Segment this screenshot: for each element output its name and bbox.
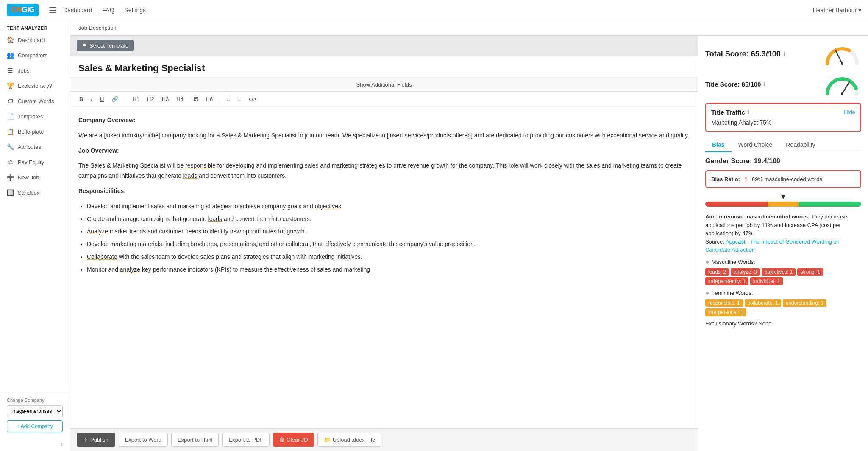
dashboard-icon: 🏠 xyxy=(7,36,14,43)
total-score-info-icon[interactable]: ℹ xyxy=(783,51,785,57)
tab-bias[interactable]: Bias xyxy=(705,138,732,152)
sidebar-item-sandbox[interactable]: 🔲 Sandbox xyxy=(0,185,70,200)
feminine-words-label: ● Feminine Words: xyxy=(705,289,861,297)
sidebar-label-jobs: Jobs xyxy=(18,67,29,74)
word-tag: analyze: 3 xyxy=(731,268,760,276)
new-job-icon: ➕ xyxy=(7,174,14,181)
tab-word-choice[interactable]: Word Choice xyxy=(732,138,779,152)
nav-dashboard[interactable]: Dashboard xyxy=(63,7,92,14)
word-tag: individual: 1 xyxy=(750,277,783,285)
publish-icon: ✈ xyxy=(83,437,88,443)
bold-button[interactable]: B xyxy=(77,95,86,103)
masculine-word-tags: leads: 2 analyze: 3 objectives: 1 strong… xyxy=(705,268,861,285)
export-pdf-button[interactable]: Export to PDF xyxy=(222,433,270,447)
italic-button[interactable]: I xyxy=(88,95,95,103)
word-analyze-2: analyze xyxy=(120,266,140,273)
user-menu[interactable]: Heather Barbour ▾ xyxy=(813,7,861,14)
show-additional-fields-button[interactable]: Show Additional Fields xyxy=(70,78,698,92)
bias-ratio-text: 69% masculine-coded words xyxy=(752,176,822,182)
top-nav-links: Dashboard FAQ Settings xyxy=(63,7,146,14)
source-link[interactable]: Appcast - The Impact of Gendered Wording… xyxy=(705,238,840,253)
add-company-button[interactable]: + Add Company xyxy=(7,420,63,432)
sidebar-label-pay-equity: Pay Equity xyxy=(18,159,44,165)
export-word-button[interactable]: Export to Word xyxy=(119,433,168,447)
aim-text: Aim to remove masculine-coded words. The… xyxy=(705,213,861,254)
list-item: Develop and implement sales and marketin… xyxy=(87,202,690,212)
title-traffic-header: Title Traffic ℹ Hide xyxy=(711,109,855,116)
collapse-sidebar-button[interactable]: ‹ xyxy=(0,437,70,451)
sidebar-item-templates[interactable]: 📄 Templates xyxy=(0,109,70,124)
nav-faq[interactable]: FAQ xyxy=(103,7,114,14)
gender-score-label: Gender Score: 19.4/100 xyxy=(705,157,861,165)
h2-button[interactable]: H2 xyxy=(145,95,157,103)
h6-button[interactable]: H6 xyxy=(203,95,216,103)
bias-ratio-box: Bias Ratio: ♀ 69% masculine-coded words xyxy=(705,170,861,188)
job-overview-paragraph: The Sales & Marketing Specialist will be… xyxy=(78,161,690,181)
title-traffic-box: Title Traffic ℹ Hide Marketing Analyst 7… xyxy=(705,103,861,132)
responsibilities-list: Develop and implement sales and marketin… xyxy=(78,202,690,275)
word-analyze: Analyze xyxy=(87,228,108,235)
word-objectives: objectives xyxy=(315,203,341,210)
competitors-icon: 👥 xyxy=(7,52,14,59)
formatting-toolbar: B I U 🔗 H1 H2 H3 H4 H5 H6 ≡ ≡ </> xyxy=(70,92,698,107)
list-item: Develop marketing materials, including b… xyxy=(87,239,690,249)
editor-container: ⚑ Select Template Show Additional Fields… xyxy=(70,36,698,451)
sidebar-label-sandbox: Sandbox xyxy=(18,190,39,196)
company-select[interactable]: mega-enterprises xyxy=(7,405,63,417)
publish-button[interactable]: ✈ Publish xyxy=(77,433,115,447)
sidebar-label-exclusionary: Exclusionary? xyxy=(18,83,52,89)
code-button[interactable]: </> xyxy=(246,95,259,103)
job-title-input[interactable] xyxy=(78,63,690,74)
editor-content[interactable]: Company Overview: We are a [insert indus… xyxy=(70,107,698,428)
h5-button[interactable]: H5 xyxy=(189,95,201,103)
sidebar-item-new-job[interactable]: ➕ New Job xyxy=(0,170,70,185)
sidebar-label-templates: Templates xyxy=(18,113,43,120)
editor-toolbar-top: ⚑ Select Template xyxy=(70,36,698,56)
breadcrumb: Job Description xyxy=(70,20,868,36)
tab-readability[interactable]: Readability xyxy=(779,138,822,152)
title-traffic-hide-link[interactable]: Hide xyxy=(844,109,855,115)
sidebar-item-exclusionary[interactable]: 🏆 Exclusionary? xyxy=(0,78,70,93)
h3-button[interactable]: H3 xyxy=(159,95,172,103)
title-traffic-label: Title Traffic ℹ xyxy=(711,109,749,116)
upload-docx-button[interactable]: 📁 Upload .docx File xyxy=(317,433,381,447)
sidebar-item-attributes[interactable]: 🔧 Attributes xyxy=(0,139,70,154)
clear-jd-button[interactable]: 🗑 Clear JD xyxy=(273,433,314,447)
pay-equity-icon: ⚖ xyxy=(7,159,14,165)
sidebar-item-boilerplate[interactable]: 📋 Boilerplate xyxy=(0,124,70,139)
sidebar: TEXT ANALYZER 🏠 Dashboard 👥 Competitors … xyxy=(0,20,70,451)
clear-icon: 🗑 xyxy=(279,437,284,443)
sidebar-label-attributes: Attributes xyxy=(18,144,41,150)
h4-button[interactable]: H4 xyxy=(174,95,186,103)
title-traffic-info-icon[interactable]: ℹ xyxy=(747,109,749,115)
sidebar-item-competitors[interactable]: 👥 Competitors xyxy=(0,48,70,63)
job-title-area xyxy=(70,56,698,78)
export-html-button[interactable]: Export to Html xyxy=(171,433,219,447)
app-body: TEXT ANALYZER 🏠 Dashboard 👥 Competitors … xyxy=(0,20,868,451)
select-template-button[interactable]: ⚑ Select Template xyxy=(77,40,134,51)
total-gauge-svg xyxy=(823,42,861,66)
svg-line-0 xyxy=(836,51,842,64)
sidebar-item-pay-equity[interactable]: ⚖ Pay Equity xyxy=(0,154,70,170)
ul-button[interactable]: ≡ xyxy=(224,95,233,103)
female-icon: ♀ xyxy=(743,175,748,183)
sidebar-item-custom-words[interactable]: 🏷 Custom Words xyxy=(0,93,70,109)
underline-button[interactable]: U xyxy=(97,95,106,103)
sidebar-label-competitors: Competitors xyxy=(18,52,47,59)
sidebar-item-jobs[interactable]: ☰ Jobs xyxy=(0,63,70,78)
sidebar-label-custom-words: Custom Words xyxy=(18,98,54,104)
link-button[interactable]: 🔗 xyxy=(109,95,121,103)
nav-settings[interactable]: Settings xyxy=(125,7,146,14)
title-score-row: Title Score: 85/100 ℹ xyxy=(705,73,861,96)
sandbox-icon: 🔲 xyxy=(7,189,14,196)
title-score-gauge xyxy=(823,73,861,96)
ol-button[interactable]: ≡ xyxy=(235,95,244,103)
hamburger-icon[interactable]: ☰ xyxy=(49,5,56,15)
word-responsible: responsible xyxy=(185,162,216,169)
word-tag: independently: 1 xyxy=(705,277,748,285)
title-score-info-icon[interactable]: ℹ xyxy=(763,81,765,87)
h1-button[interactable]: H1 xyxy=(130,95,142,103)
job-overview-heading: Job Overview: xyxy=(78,146,690,156)
word-leads-1: leads xyxy=(183,172,197,179)
sidebar-item-dashboard[interactable]: 🏠 Dashboard xyxy=(0,32,70,48)
